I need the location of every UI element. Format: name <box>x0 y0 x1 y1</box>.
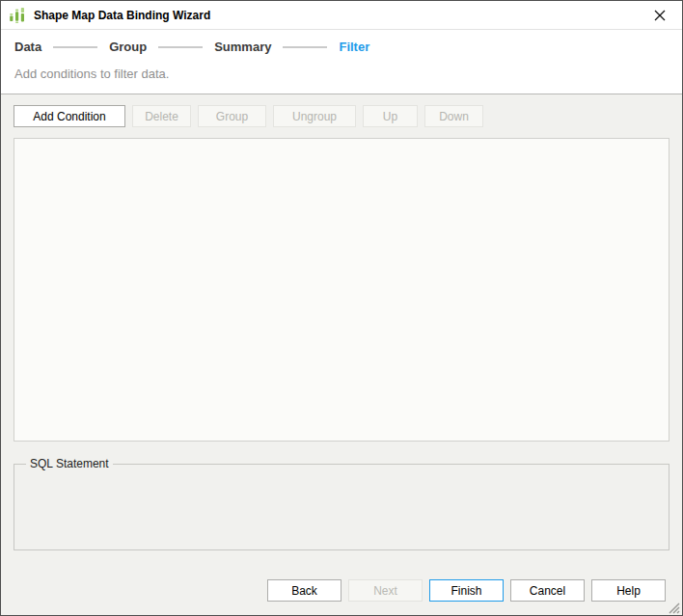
finish-button[interactable]: Finish <box>429 579 504 602</box>
step-description: Add conditions to filter data. <box>14 67 669 82</box>
cancel-button[interactable]: Cancel <box>510 579 585 602</box>
add-condition-button[interactable]: Add Condition <box>14 105 125 127</box>
ungroup-button[interactable]: Ungroup <box>273 105 356 127</box>
app-logo-icon <box>9 7 26 24</box>
resize-grip[interactable] <box>667 601 680 614</box>
condition-toolbar: Add Condition Delete Group Ungroup Up Do… <box>14 105 669 127</box>
step-filter[interactable]: Filter <box>339 40 369 55</box>
group-button[interactable]: Group <box>198 105 266 127</box>
up-button[interactable]: Up <box>363 105 418 127</box>
step-group[interactable]: Group <box>109 40 147 55</box>
dialog-body: Add Condition Delete Group Ungroup Up Do… <box>1 94 682 616</box>
close-button[interactable] <box>646 4 673 27</box>
sql-statement-legend: SQL Statement <box>26 457 113 470</box>
window-title: Shape Map Data Binding Wizard <box>34 9 646 22</box>
step-summary[interactable]: Summary <box>214 40 271 55</box>
sql-statement-group: SQL Statement <box>14 457 669 550</box>
back-button[interactable]: Back <box>267 579 342 602</box>
step-connector <box>158 46 203 48</box>
footer-button-row: Back Next Finish Cancel Help <box>14 579 669 602</box>
delete-button[interactable]: Delete <box>132 105 191 127</box>
help-button[interactable]: Help <box>591 579 666 602</box>
close-icon <box>654 10 666 21</box>
shape-map-wizard-dialog: Shape Map Data Binding Wizard Data Group… <box>0 0 683 616</box>
wizard-steps: Data Group Summary Filter <box>14 40 669 55</box>
wizard-header: Data Group Summary Filter Add conditions… <box>1 30 682 94</box>
conditions-list-panel[interactable] <box>14 138 669 442</box>
step-data[interactable]: Data <box>14 40 41 55</box>
step-connector <box>283 46 327 48</box>
next-button[interactable]: Next <box>348 579 423 602</box>
down-button[interactable]: Down <box>424 105 483 127</box>
title-bar: Shape Map Data Binding Wizard <box>1 1 682 30</box>
step-connector <box>53 46 97 48</box>
